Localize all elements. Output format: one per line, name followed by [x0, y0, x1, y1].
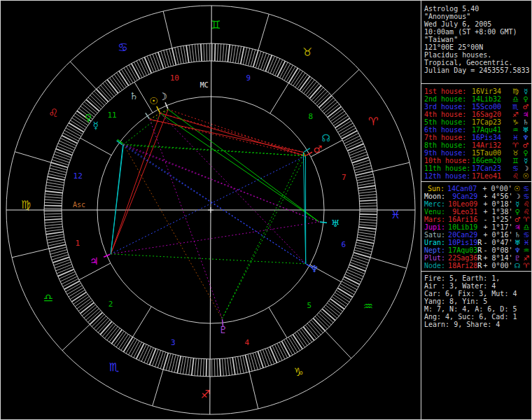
sign-glyph: ♋ — [522, 231, 531, 239]
planet-glyph: ♅ — [513, 239, 522, 246]
summary-line: Car: 6, Fix: 3, Mut: 4 — [424, 290, 531, 298]
sign-glyph: ♈ — [522, 216, 531, 223]
planet-row: Plut:22Sag36R+ 8°14'♇♐ — [424, 254, 531, 262]
planet-label: Plut: — [424, 254, 445, 262]
zodiac-type: Tropical, Geocentric. — [424, 59, 531, 66]
planet-label: Nept: — [424, 246, 445, 254]
planet-latitude: - 1°25' — [483, 216, 512, 223]
sign-glyph-cancer: ♋ — [118, 41, 127, 54]
chart-time: 10:00am (ST +8:00 GMT) — [424, 28, 531, 36]
planet-glyph-node: ☊ — [321, 132, 330, 144]
planet-row: Venu: 9Leo31+ 1°38'♀♌ — [424, 208, 531, 216]
planet-row: Node:18Ari28R+ 0°00'☊♈ — [424, 262, 531, 270]
summary-line: M: 7, N: 4, A: 6, D: 5 — [424, 305, 531, 313]
house-row: 2nd house:14Lib32♎♀ — [424, 95, 531, 103]
house-label: 8th house: — [424, 141, 472, 149]
house-cusp-value: 16Vir34 — [472, 88, 504, 95]
planet-glyph: ♂ — [513, 216, 522, 223]
planet-latitude: + 0°00' — [483, 185, 512, 192]
planet-glyph-mars: ♂ — [314, 144, 323, 155]
sign-glyph: ♌ — [522, 200, 531, 208]
house-cusp-value: 15Sco00 — [472, 103, 504, 111]
planet-position: 10Pis19 — [448, 239, 477, 246]
house-number-5: 5 — [307, 301, 312, 310]
planet-glyph: ☿ — [513, 200, 522, 208]
planet-position: 10Lib19 — [448, 223, 477, 231]
planet-glyph: ☽ — [513, 192, 522, 200]
house-label: 3rd house: — [424, 103, 472, 111]
house-cusp-value: 17Cap23 — [472, 118, 504, 126]
sign-glyph: ♓ — [522, 239, 531, 246]
summary-line: Learn: 9, Share: 4 — [424, 321, 531, 328]
house-row: 7th house:16Pis34♓♆ — [424, 134, 531, 141]
summary-line: Fire: 5, Earth: 1, — [424, 274, 531, 282]
retrograde-flag: R — [477, 254, 482, 262]
planet-position: 17Aqu03 — [448, 246, 477, 254]
sign-glyph-gemini: ♊ — [211, 18, 220, 31]
retrograde-flag: R — [477, 239, 482, 246]
planet-latitude: + 4°56' — [483, 192, 512, 200]
sign-glyph: ♏ — [510, 103, 521, 111]
mc-label: MC — [200, 81, 209, 89]
planets: ☉☽☿♀♂♃♄♅♆♇☊ — [85, 90, 340, 336]
summary-line: Air : 3, Water: 4 — [424, 282, 531, 290]
planet-latitude: + 0°18' — [483, 200, 512, 208]
planet-latitude: + 0°00' — [483, 262, 512, 270]
planet-latitude: + 0°16' — [483, 231, 512, 239]
sign-glyph: ♋ — [510, 164, 521, 172]
planet-row: Jupi:10Lib19+ 1°17'♃♎ — [424, 223, 531, 231]
planet-position: 10Leo09 — [448, 200, 477, 208]
sign-glyph: ♐ — [510, 111, 521, 118]
ruler-glyph: ♀ — [521, 149, 531, 157]
house-label: 11th house: — [424, 164, 472, 172]
summary-line: Yang: 8, Yin: 5 — [424, 298, 531, 305]
planet-row: Mars:16Ari16- 1°25'♂♈ — [424, 216, 531, 223]
sign-glyph-capricorn: ♑ — [294, 365, 304, 379]
house-cusp-value: 17Can23 — [472, 164, 504, 172]
sign-glyph: ♒ — [510, 126, 521, 134]
planet-latitude: + 1°17' — [483, 223, 512, 231]
house-label: 4th house: — [424, 111, 472, 118]
house-label: 12th house: — [424, 172, 472, 180]
planet-label: Node: — [424, 262, 445, 270]
sign-glyph: ♑ — [510, 118, 521, 126]
house-label: 7th house: — [424, 134, 472, 141]
house-label: 9th house: — [424, 149, 472, 157]
house-row: 4th house:16Sag20♐♃ — [424, 111, 531, 118]
divider — [421, 83, 531, 84]
astrolog-window: ♈♉♊♋♌♍♎♏♐♑♒♓123456789101112☉☽☿♀♂♃♄♅♆♇☊MC… — [0, 0, 532, 420]
person-name: "Anonymous" — [424, 13, 531, 20]
planet-position: 9Can29 — [448, 192, 477, 200]
house-label: 10th house: — [424, 157, 472, 164]
ruler-glyph: ☿ — [521, 88, 531, 95]
sign-glyph-leo: ♌ — [48, 106, 58, 120]
house-number-11: 11 — [107, 111, 116, 120]
julian-day: Julian Day = 2453557.5833 — [424, 66, 531, 74]
house-row: 12th house:17Leo41♌☉ — [424, 172, 531, 180]
sign-glyph: ♒ — [522, 246, 531, 254]
asc-label: Asc — [73, 201, 85, 209]
planet-latitude: - 0°08' — [483, 246, 512, 254]
house-row: 5th house:17Cap23♑♄ — [424, 118, 531, 126]
sign-glyph: ♋ — [522, 192, 531, 200]
chart-info-block: Astrolog 5.40 "Anonymous" Wed July 6, 20… — [424, 5, 531, 74]
house-label: 5th house: — [424, 118, 472, 126]
chart-wheel: ♈♉♊♋♌♍♎♏♐♑♒♓123456789101112☉☽☿♀♂♃♄♅♆♇☊MC… — [1, 1, 421, 419]
sign-glyph: ♈ — [522, 262, 531, 270]
house-cusp-value: 16Pis34 — [472, 134, 504, 141]
house-number-10: 10 — [170, 74, 179, 83]
house-number-7: 7 — [342, 173, 346, 182]
planet-glyph: ♇ — [513, 254, 522, 262]
summary-stats: Fire: 5, Earth: 1,Air : 3, Water: 4Car: … — [424, 274, 531, 328]
planet-row: Merc:10Leo09+ 0°18'☿♌ — [424, 200, 531, 208]
planet-glyph-uranus: ♅ — [331, 218, 340, 229]
planet-label: Merc: — [424, 200, 445, 208]
planet-position: 9Leo31 — [448, 208, 477, 216]
planet-label: Uran: — [424, 239, 445, 246]
planet-label: Satu: — [424, 231, 445, 239]
aspect-lines — [111, 109, 319, 318]
house-row: 11th house:17Can23♋☽ — [424, 164, 531, 172]
house-row: 9th house:15Tau00♉♀ — [424, 149, 531, 157]
house-number-9: 9 — [246, 74, 251, 83]
sign-glyph: ♈ — [510, 141, 521, 149]
